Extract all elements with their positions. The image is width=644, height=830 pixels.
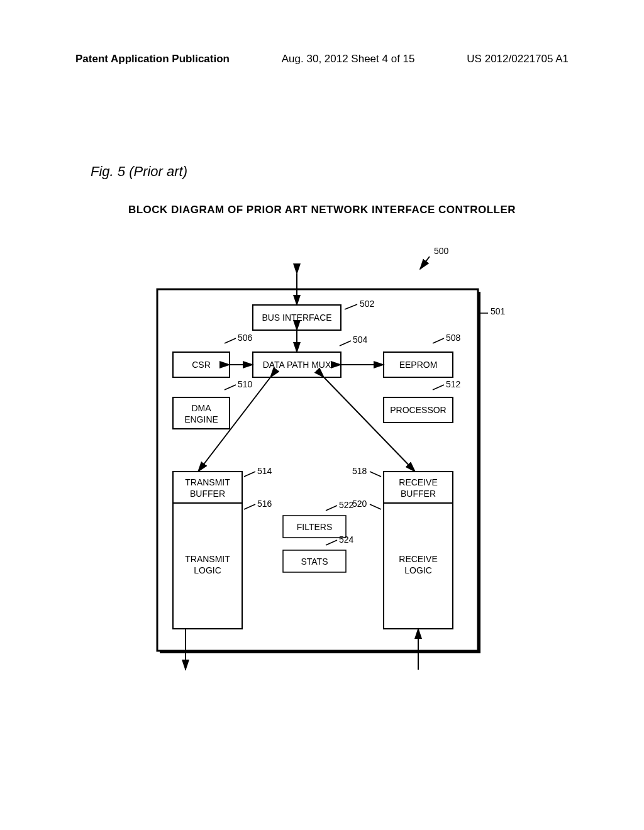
txlogic-l2: LOGIC [194,565,221,575]
rxbuf-l1: RECEIVE [399,477,437,487]
rxbuf-l2: BUFFER [401,489,436,499]
txbuf-l1: TRANSMIT [185,477,230,487]
dma-l2: ENGINE [184,414,218,424]
ref-524: 524 [339,534,354,545]
ref-520: 520 [352,499,367,509]
ref-510: 510 [238,379,253,389]
txbuf-l2: BUFFER [190,489,225,499]
bus-interface-label: BUS INTERFACE [262,313,331,323]
header-mid: Aug. 30, 2012 Sheet 4 of 15 [282,53,415,65]
processor-label: PROCESSOR [390,405,446,415]
ref-512: 512 [446,379,461,389]
ref-518: 518 [352,466,367,476]
dma-l1: DMA [191,403,211,413]
filters-label: FILTERS [297,522,333,532]
eeprom-label: EEPROM [399,360,438,370]
ref-506: 506 [238,333,253,343]
ref-501: 501 [491,306,506,316]
ref-508: 508 [446,333,461,343]
figure-label: Fig. 5 (Prior art) [91,163,187,180]
csr-label: CSR [192,360,211,370]
header-right: US 2012/0221705 A1 [467,53,569,65]
stats-label: STATS [301,556,328,567]
ref-500: 500 [434,246,449,256]
block-diagram: 500 501 BUS INTERFACE 502 CSR 506 DATA P… [75,239,566,679]
ref-504: 504 [353,335,368,345]
rxlogic-l1: RECEIVE [399,554,437,564]
ref-502: 502 [360,299,375,309]
header-left: Patent Application Publication [75,53,230,65]
ref-516: 516 [257,499,272,509]
rxlogic-l2: LOGIC [404,565,432,575]
lead-500 [420,257,430,269]
ref-522: 522 [339,500,354,510]
ref-514: 514 [257,466,272,476]
txlogic-l1: TRANSMIT [185,554,230,564]
diagram-title: BLOCK DIAGRAM OF PRIOR ART NETWORK INTER… [0,204,644,216]
patent-header: Patent Application Publication Aug. 30, … [0,53,644,65]
datapath-mux-label: DATA PATH MUX [263,360,331,370]
